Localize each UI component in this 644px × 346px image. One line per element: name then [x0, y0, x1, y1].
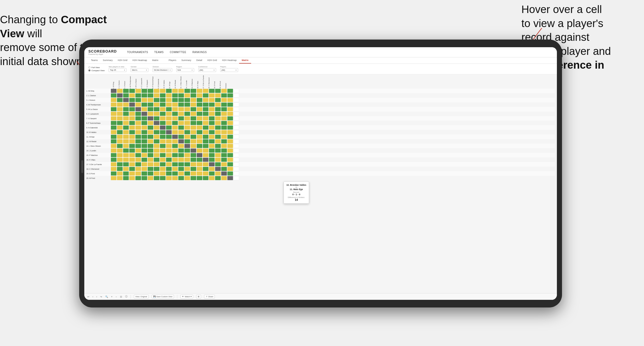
matrix-cell[interactable] — [178, 176, 184, 180]
matrix-cell[interactable] — [178, 126, 184, 130]
matrix-cell[interactable] — [166, 149, 172, 153]
matrix-cell[interactable] — [215, 158, 221, 162]
matrix-cell[interactable] — [221, 93, 227, 97]
matrix-cell[interactable] — [197, 135, 202, 139]
matrix-cell[interactable] — [129, 171, 135, 176]
matrix-cell[interactable] — [172, 158, 178, 162]
matrix-cell[interactable] — [209, 176, 215, 180]
zoom-fit-icon[interactable]: ⊡ — [120, 295, 122, 298]
matrix-cell[interactable] — [172, 162, 178, 166]
matrix-cell[interactable] — [117, 158, 123, 162]
matrix-cell[interactable] — [160, 158, 166, 162]
matrix-cell[interactable] — [209, 153, 215, 157]
matrix-cell[interactable] — [233, 135, 239, 139]
matrix-cell[interactable] — [172, 93, 178, 97]
matrix-cell[interactable] — [203, 98, 208, 102]
matrix-cell[interactable] — [166, 98, 172, 102]
matrix-cell[interactable] — [178, 162, 184, 166]
matrix-cell[interactable] — [172, 112, 178, 116]
matrix-cell[interactable] — [154, 112, 159, 116]
matrix-cell[interactable] — [123, 103, 129, 107]
matrix-cell[interactable] — [197, 116, 202, 120]
matrix-cell[interactable] — [148, 103, 153, 107]
matrix-cell[interactable] — [117, 167, 123, 171]
matrix-cell[interactable] — [111, 144, 116, 148]
matrix-cell[interactable] — [111, 98, 116, 102]
matrix-cell[interactable] — [203, 162, 208, 166]
matrix-cell[interactable] — [154, 144, 159, 148]
matrix-cell[interactable] — [233, 139, 239, 143]
matrix-cell[interactable] — [160, 103, 166, 107]
tab-h2h-heatmap1[interactable]: H2H Heatmap — [130, 57, 150, 64]
matrix-cell[interactable] — [123, 116, 129, 120]
matrix-cell[interactable] — [172, 98, 178, 102]
matrix-cell[interactable] — [117, 153, 123, 157]
matrix-cell[interactable] — [178, 171, 184, 176]
matrix-cell[interactable] — [197, 121, 202, 125]
zoom-in-icon[interactable]: + — [111, 295, 112, 298]
matrix-cell[interactable] — [135, 144, 141, 148]
matrix-cell[interactable] — [172, 89, 178, 93]
matrix-cell[interactable] — [142, 107, 147, 111]
max-players-select[interactable]: Top 25 ▼ — [109, 68, 126, 72]
matrix-cell[interactable] — [154, 162, 159, 166]
matrix-cell[interactable] — [191, 139, 196, 143]
matrix-cell[interactable] — [148, 139, 153, 143]
search-icon[interactable]: 🔍 — [105, 295, 108, 298]
matrix-cell[interactable] — [129, 89, 135, 93]
matrix-cell[interactable] — [184, 112, 190, 116]
matrix-cell[interactable] — [184, 144, 190, 148]
matrix-cell[interactable] — [135, 93, 141, 97]
matrix-cell[interactable] — [215, 144, 221, 148]
matrix-cell[interactable] — [215, 116, 221, 120]
matrix-cell[interactable] — [203, 116, 208, 120]
matrix-cell[interactable] — [123, 89, 129, 93]
matrix-cell[interactable] — [209, 103, 215, 107]
matrix-cell[interactable] — [142, 130, 147, 134]
matrix-cell[interactable] — [209, 162, 215, 166]
share-btn[interactable]: ↗ Share — [204, 295, 215, 299]
matrix-cell[interactable] — [166, 167, 172, 171]
matrix-cell[interactable] — [172, 167, 178, 171]
matrix-cell[interactable] — [203, 130, 208, 134]
matrix-cell[interactable] — [215, 121, 221, 125]
matrix-cell[interactable] — [178, 103, 184, 107]
tab-summary1[interactable]: Summary — [100, 57, 115, 64]
matrix-cell[interactable] — [233, 98, 239, 102]
matrix-cell[interactable] — [184, 176, 190, 180]
matrix-cell[interactable] — [135, 153, 141, 157]
matrix-cell[interactable] — [160, 149, 166, 153]
matrix-cell[interactable] — [154, 89, 159, 93]
matrix-cell[interactable] — [191, 116, 196, 120]
matrix-cell[interactable] — [215, 107, 221, 111]
matrix-cell[interactable] — [154, 153, 159, 157]
matrix-cell[interactable] — [215, 112, 221, 116]
matrix-cell[interactable] — [166, 107, 172, 111]
matrix-cell[interactable] — [172, 135, 178, 139]
matrix-cell[interactable] — [129, 149, 135, 153]
matrix-cell[interactable] — [117, 162, 123, 166]
matrix-cell[interactable] — [117, 176, 123, 180]
matrix-cell[interactable] — [203, 112, 208, 116]
matrix-cell[interactable] — [191, 89, 196, 93]
matrix-cell[interactable] — [197, 167, 202, 171]
matrix-cell[interactable] — [142, 112, 147, 116]
matrix-cell[interactable] — [191, 167, 196, 171]
matrix-cell[interactable] — [191, 121, 196, 125]
matrix-cell[interactable] — [221, 116, 227, 120]
matrix-cell[interactable] — [160, 153, 166, 157]
matrix-cell[interactable] — [184, 93, 190, 97]
matrix-cell[interactable] — [191, 107, 196, 111]
matrix-cell[interactable] — [166, 139, 172, 143]
matrix-cell[interactable] — [215, 89, 221, 93]
matrix-cell[interactable] — [191, 144, 196, 148]
matrix-cell[interactable] — [160, 135, 166, 139]
matrix-cell[interactable] — [172, 149, 178, 153]
matrix-cell[interactable] — [148, 121, 153, 125]
matrix-cell[interactable] — [154, 126, 159, 130]
matrix-cell[interactable] — [221, 171, 227, 176]
matrix-cell[interactable] — [221, 135, 227, 139]
tab-detail[interactable]: Detail — [194, 57, 205, 64]
matrix-cell[interactable] — [148, 171, 153, 176]
matrix-cell[interactable] — [148, 112, 153, 116]
